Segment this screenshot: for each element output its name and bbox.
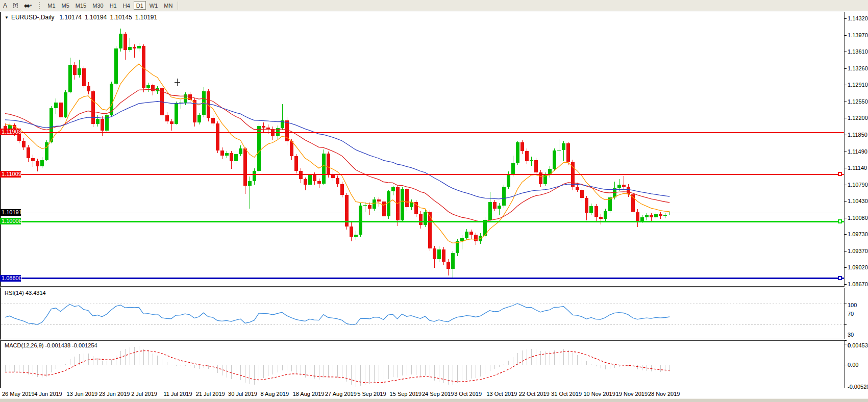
date-label: 3 Oct 2019 [454, 391, 482, 397]
pane-border [1, 12, 845, 287]
candle-body [428, 212, 432, 248]
tf-button-H1[interactable]: H1 [107, 1, 119, 10]
candle-body [580, 190, 584, 198]
candle-body [553, 150, 556, 169]
candle-body [562, 143, 565, 150]
price-tick-label: 1.12200 [848, 115, 868, 121]
date-label: 4 Jun 2019 [34, 391, 62, 397]
candle-body [640, 217, 644, 220]
candle-body [243, 148, 247, 186]
candle-body [96, 119, 100, 124]
line-drag-handle[interactable] [838, 172, 841, 175]
toolbar-grip[interactable] [39, 2, 41, 9]
candle-body [175, 104, 178, 124]
candle-body [557, 150, 561, 150]
tf-button-M5[interactable]: M5 [59, 1, 72, 10]
tf-button-H4[interactable]: H4 [120, 1, 133, 10]
candle-body [354, 235, 358, 237]
candle-body [576, 187, 579, 190]
candle-body [308, 174, 312, 185]
macd-scale-label: -0.005205 [848, 384, 868, 390]
candle-body [27, 147, 30, 158]
candle-body [650, 215, 653, 217]
candle-body [382, 202, 386, 217]
pane-border [1, 341, 845, 390]
candle-body [604, 211, 607, 219]
candle-body [419, 214, 423, 225]
candle-body [469, 232, 473, 235]
tf-button-M15[interactable]: M15 [73, 1, 89, 10]
collapse-triangle-icon[interactable]: ▼ [5, 15, 9, 20]
date-label: 2 Jul 2019 [131, 391, 157, 397]
candle-body [589, 206, 593, 213]
candle-body [59, 103, 63, 117]
candle-body [253, 171, 256, 181]
price-tick-label: 1.12910 [848, 82, 868, 88]
candle-body [290, 141, 293, 157]
rsi-level-label: 70 [848, 311, 854, 317]
price-tick-label: 1.08670 [848, 281, 868, 287]
tf-button-M30[interactable]: M30 [90, 1, 106, 10]
price-tick-label: 1.10430 [848, 198, 868, 204]
rsi-pane-label: RSI(14) 43.4314 [5, 290, 46, 296]
tf-button-M1[interactable]: M1 [45, 1, 58, 10]
candle-body [101, 119, 104, 131]
chart-canvas[interactable] [0, 11, 868, 402]
candle-body [304, 179, 307, 185]
candle-body [433, 248, 436, 259]
candle-body [566, 143, 570, 162]
candle-body [133, 47, 136, 48]
timeframe-group: M1M5M15M30H1H4D1W1MN [44, 1, 176, 10]
candle-body [645, 215, 649, 217]
macd-scale-label: 0.004536 [848, 342, 868, 348]
terminal-window: A T ◆◆ ▾ M1M5M15M30H1H4D1W1MN ▼EURUSD-,D… [0, 0, 868, 402]
candle-body [54, 103, 58, 108]
tf-button-D1[interactable]: D1 [134, 1, 146, 10]
candle-body [498, 206, 501, 209]
candle-body [599, 217, 603, 219]
candle-body [225, 153, 229, 156]
line-drag-handle[interactable] [838, 277, 841, 280]
candle-body [137, 46, 141, 48]
candle-body [36, 161, 39, 166]
price-tick-label: 1.09370 [848, 248, 868, 254]
shapes-tool-button[interactable]: ◆◆ ▾ [21, 1, 34, 10]
macd-scale-label: 0.00 [848, 362, 858, 368]
price-tick-label: 1.12550 [848, 98, 868, 105]
candle-body [507, 174, 510, 187]
candle-body [659, 214, 662, 216]
candle-body [266, 128, 270, 129]
candle-body [211, 118, 215, 123]
date-label: 23 Jun 2019 [99, 391, 130, 397]
text-tool-button[interactable]: A [1, 1, 10, 10]
chart-area[interactable]: ▼EURUSD-,Daily1.101741.101941.101451.101… [0, 11, 868, 402]
price-tick-label: 1.13260 [848, 65, 868, 71]
candle-body [123, 34, 127, 49]
candle-body [516, 142, 519, 163]
candle-body [368, 205, 371, 208]
date-label: 19 Nov 2019 [616, 391, 648, 397]
candle-body [230, 153, 233, 162]
quote-high: 1.10194 [85, 14, 107, 21]
candle-body [654, 214, 658, 217]
line-drag-handle[interactable] [838, 220, 841, 223]
candle-body [73, 65, 77, 74]
candle-body [437, 249, 441, 259]
candle-body [442, 249, 445, 262]
candle-body [322, 154, 326, 184]
price-tag-label: 1.11009 [0, 171, 21, 178]
date-label: 18 Aug 2019 [293, 391, 325, 397]
tf-button-W1[interactable]: W1 [147, 1, 161, 10]
candle-body [622, 185, 626, 187]
candle-body [594, 206, 598, 217]
date-label: 8 Aug 2019 [260, 391, 289, 397]
candle-body [294, 156, 298, 171]
candle-body [248, 181, 252, 186]
candle-body [424, 212, 427, 225]
label-tool-button[interactable]: T [11, 1, 20, 10]
tf-button-MN[interactable]: MN [161, 1, 175, 10]
candle-body [146, 85, 150, 88]
date-label: 28 Nov 2019 [648, 391, 680, 397]
candle-body [447, 262, 450, 269]
price-tick-label: 1.11850 [848, 132, 867, 138]
